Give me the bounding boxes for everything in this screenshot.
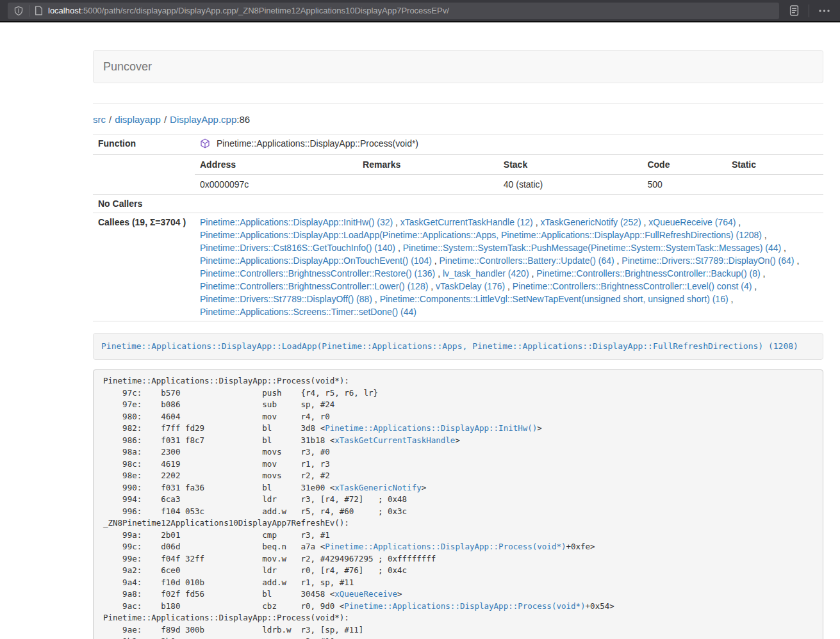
callee-link[interactable]: Pinetime::Applications::DisplayApp::OnTo…: [200, 255, 432, 266]
callee-link[interactable]: Pinetime::Controllers::BrightnessControl…: [513, 281, 752, 291]
stack-value: 40 (static): [498, 175, 643, 195]
callee-link[interactable]: Pinetime::Drivers::St7789::DisplayOn() (…: [622, 255, 794, 266]
column-header-static: Static: [727, 155, 823, 175]
callee-link[interactable]: Pinetime::Applications::DisplayApp::Init…: [200, 217, 393, 227]
callee-link[interactable]: Pinetime::Controllers::Battery::Update()…: [440, 255, 614, 266]
callee-link[interactable]: Pinetime::Drivers::Cst816S::GetTouchInfo…: [200, 243, 395, 253]
callees-label: Callees (19, Σ=3704 ): [93, 213, 195, 321]
callees-row: Callees (19, Σ=3704 ) Pinetime::Applicat…: [93, 213, 823, 321]
assembly-symbol-link[interactable]: Pinetime::Applications::DisplayApp::Proc…: [344, 601, 585, 611]
metrics-values-row: 0x0000097c 40 (static) 500: [195, 175, 823, 195]
no-callers-row: No Callers: [93, 195, 823, 213]
column-header-stack: Stack: [498, 155, 643, 175]
callee-link[interactable]: lv_task_handler (420): [443, 268, 529, 279]
url-bar[interactable]: localhost:5000/path/src/displayapp/Displ…: [8, 3, 779, 19]
function-detail-table: Function Pinetime::Applications::Display…: [93, 134, 823, 321]
page-container: Puncover src/displayapp/DisplayApp.cpp:8…: [93, 50, 823, 639]
navbar: Puncover: [93, 50, 823, 83]
page-icon: [35, 6, 43, 15]
breadcrumb-file-link[interactable]: DisplayApp.cpp: [170, 114, 236, 125]
breadcrumb-src-link[interactable]: src: [93, 114, 106, 125]
assembly-symbol-link[interactable]: xQueueReceive: [334, 589, 397, 599]
callee-link[interactable]: Pinetime::Drivers::St7789::DisplayOff() …: [200, 294, 372, 304]
divider: [93, 103, 823, 104]
callee-link[interactable]: Pinetime::Controllers::BrightnessControl…: [536, 268, 760, 279]
assembly-symbol-link[interactable]: xTaskGenericNotify: [334, 483, 421, 492]
function-row-label: Function: [93, 134, 195, 155]
url-text[interactable]: localhost:5000/path/src/displayapp/Displ…: [48, 6, 773, 15]
callee-link[interactable]: Pinetime::Controllers::BrightnessControl…: [200, 268, 435, 279]
breadcrumb: src/displayapp/DisplayApp.cpp:86: [93, 113, 823, 126]
highlight-loadapp-link[interactable]: Pinetime::Applications::DisplayApp::Load…: [101, 341, 798, 351]
highlight-panel: Pinetime::Applications::DisplayApp::Load…: [93, 333, 823, 360]
url-path: :5000/path/src/displayapp/DisplayApp.cpp…: [81, 6, 449, 15]
callee-link[interactable]: Pinetime::Applications::Screens::Timer::…: [200, 307, 416, 317]
brand-title[interactable]: Puncover: [103, 60, 152, 74]
column-header-address: Address: [195, 155, 358, 175]
remarks-value: [358, 175, 498, 195]
url-bar-divider: [29, 5, 29, 17]
breadcrumb-separator: /: [106, 114, 115, 125]
disassembly-panel: Pinetime::Applications::DisplayApp::Proc…: [93, 369, 823, 639]
column-header-code: Code: [642, 155, 726, 175]
callers-cell: [195, 195, 823, 213]
callee-link[interactable]: Pinetime::Controllers::BrightnessControl…: [200, 281, 428, 291]
breadcrumb-separator: /: [161, 114, 170, 125]
metrics-table: Address Remarks Stack Code Static 0x0000…: [195, 155, 823, 194]
callee-link[interactable]: vTaskDelay (176): [436, 281, 505, 291]
address-value: 0x0000097c: [195, 175, 358, 195]
breadcrumb-displayapp-link[interactable]: displayapp: [115, 114, 161, 125]
callee-link[interactable]: Pinetime::Applications::DisplayApp::Load…: [200, 230, 762, 240]
callee-link[interactable]: xTaskGetCurrentTaskHandle (12): [400, 217, 533, 227]
column-header-remarks: Remarks: [358, 155, 498, 175]
assembly-symbol-link[interactable]: xTaskGetCurrentTaskHandle: [334, 435, 455, 445]
shield-icon[interactable]: [13, 6, 24, 16]
browser-toolbar: localhost:5000/path/src/displayapp/Displ…: [0, 0, 840, 22]
assembly-code: Pinetime::Applications::DisplayApp::Proc…: [103, 375, 816, 639]
callee-link[interactable]: xQueueReceive (764): [648, 217, 736, 227]
callee-link[interactable]: Pinetime::System::SystemTask::PushMessag…: [403, 243, 782, 253]
function-name-cell: Pinetime::Applications::DisplayApp::Proc…: [195, 134, 823, 155]
function-name: Pinetime::Applications::DisplayApp::Proc…: [217, 138, 418, 149]
code-value: 500: [642, 175, 726, 195]
no-callers-label: No Callers: [93, 195, 195, 213]
overflow-menu-icon[interactable]: [816, 3, 832, 19]
package-cube-icon: [200, 140, 213, 150]
callees-list: Pinetime::Applications::DisplayApp::Init…: [195, 213, 823, 321]
static-value: [727, 175, 823, 195]
reader-mode-icon[interactable]: [786, 3, 802, 19]
function-row: Function Pinetime::Applications::Display…: [93, 134, 823, 155]
breadcrumb-line-number: :86: [236, 114, 250, 125]
callee-link[interactable]: Pinetime::Components::LittleVgl::SetNewT…: [380, 294, 729, 304]
metrics-row: Address Remarks Stack Code Static 0x0000…: [93, 155, 823, 195]
assembly-symbol-link[interactable]: Pinetime::Applications::DisplayApp::Init…: [325, 423, 537, 433]
url-host: localhost: [48, 6, 81, 15]
assembly-symbol-link[interactable]: Pinetime::Applications::DisplayApp::Proc…: [325, 542, 566, 551]
callee-link[interactable]: xTaskGenericNotify (252): [540, 217, 641, 227]
toolbar-divider: [809, 4, 809, 17]
